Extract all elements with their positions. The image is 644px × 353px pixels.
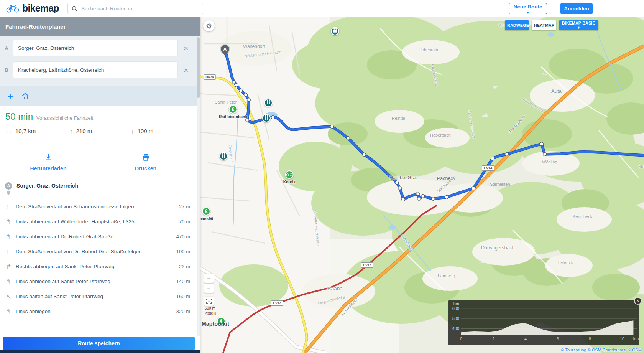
duration-caption: Voraussichtliche Fahrtzeit — [36, 115, 93, 121]
new-route-button[interactable]: Neue Route ▼ — [509, 3, 547, 14]
locate-me-button[interactable] — [203, 20, 215, 31]
download-button[interactable]: Herunterladen — [18, 153, 79, 172]
euro-poi-icon[interactable]: € — [202, 207, 210, 216]
waypoint-input-a[interactable] — [13, 40, 178, 56]
home-button[interactable] — [21, 92, 30, 101]
fit-route-button[interactable] — [204, 297, 214, 306]
start-marker-pin[interactable]: A — [220, 44, 230, 54]
map-label: Tiefernitz — [557, 260, 574, 265]
distance-stat: ↔ 10,7 km — [6, 128, 70, 134]
basemap-select-button[interactable]: BIKEMAP BASIC ▼ — [559, 20, 598, 30]
direction-step[interactable]: ↑Dem Straßenverlauf von Dr.-Robert-Graf-… — [0, 244, 200, 259]
radwege-toggle-button[interactable]: RADWEGE — [505, 20, 529, 30]
zoom-in-button[interactable]: + — [204, 274, 214, 283]
print-label: Drucken — [115, 165, 176, 172]
heatmap-toggle-button[interactable]: HEATMAP — [532, 20, 556, 30]
crosshair-icon — [206, 23, 212, 29]
map-canvas[interactable]: WaltendorfWaltendorfer Hauptstr.Klinzelw… — [200, 17, 644, 353]
print-button[interactable]: Drucken — [115, 153, 176, 172]
map-label: Reintal — [392, 116, 405, 120]
straight-icon: ↑ — [6, 203, 16, 210]
descent-stat: ↓ 100 m — [131, 128, 153, 134]
clear-waypoint-b-icon[interactable]: × — [184, 66, 188, 74]
map-label: Dürwagersbach — [481, 245, 515, 251]
map-label: Wöbling — [542, 160, 557, 164]
chevron-down-icon: ▼ — [526, 11, 530, 15]
map-label: Sankt Peter — [215, 100, 237, 104]
download-icon — [44, 156, 52, 162]
svg-text:0: 0 — [460, 337, 462, 341]
bikemap-app: bikemap Neue Route ▼ Anmelden Fahrrad-Ro… — [0, 0, 644, 353]
clear-waypoint-a-icon[interactable]: × — [184, 44, 188, 52]
svg-text:km: km — [633, 337, 639, 341]
waypoint-input-b[interactable] — [13, 61, 178, 78]
descent-value: 100 m — [138, 128, 154, 134]
turn-left-icon: ↰ — [6, 308, 16, 315]
chevron-down-icon: ▼ — [577, 26, 580, 30]
sidebar-scrollbar[interactable] — [197, 36, 200, 336]
direction-steps: ↑Dem Straßenverlauf von Schauensteingass… — [0, 199, 200, 319]
direction-distance: 140 m — [176, 279, 190, 284]
elevation-chart: 400500600hm0246810km — [449, 300, 639, 345]
bikemap-logo[interactable]: bikemap — [0, 0, 64, 16]
svg-text:600: 600 — [452, 306, 459, 311]
direction-step[interactable]: ↱Rechts abbiegen auf Sankt-Peter-Pfarrwe… — [0, 259, 200, 274]
map-scale: 500 m 2000 ft — [203, 306, 225, 316]
directions-start: A Sorger, Graz, Österreich — [0, 182, 200, 190]
ascent-icon: ↑ — [70, 128, 73, 134]
save-route-button[interactable]: Route speichern — [3, 337, 195, 350]
descent-icon: ↓ — [131, 128, 134, 134]
map-attribution[interactable]: © Toursprung © OSM Contributors, © OSM — [561, 348, 642, 352]
svg-text:400: 400 — [452, 326, 459, 331]
euro-poi-icon[interactable]: € — [229, 105, 237, 114]
brand-name: bikemap — [22, 3, 59, 14]
turn-left-icon: ↰ — [6, 233, 16, 240]
map-label: Hart bei Graz — [389, 175, 418, 180]
add-waypoint-button[interactable]: + — [7, 91, 13, 102]
route-planner-sidebar: Fahrrad-Routenplaner A × B × + — [0, 17, 200, 353]
direction-distance: 27 m — [179, 204, 190, 209]
svg-text:10: 10 — [620, 337, 624, 341]
login-button[interactable]: Anmelden — [560, 3, 593, 14]
direction-text: Links abbiegen auf Dr.-Robert-Graf-Straß… — [16, 234, 176, 239]
direction-step[interactable]: ↑Dem Straßenverlauf von Schauensteingass… — [0, 199, 200, 214]
zoom-out-button[interactable]: − — [204, 284, 214, 293]
bike-poi-icon[interactable] — [285, 170, 294, 179]
wc-poi-icon[interactable] — [219, 152, 228, 160]
maptoolkit-logo: Maptoolkit — [202, 321, 229, 327]
direction-text: Links abbiegen auf Waltendorfer Hauptstr… — [16, 219, 179, 224]
map-label: Lamberg — [438, 274, 455, 278]
search-icon — [72, 6, 77, 12]
scrollbar-thumb[interactable] — [197, 37, 200, 98]
bike-logo-icon — [6, 4, 19, 13]
direction-step[interactable]: ↰Links abbiegen auf Sankt-Peter-Pfarrweg… — [0, 274, 200, 289]
map-label: Sternleiten — [490, 182, 510, 186]
direction-step[interactable]: ↰Links abbiegen auf Dr.-Robert-Graf-Stra… — [0, 229, 200, 244]
wc-poi-icon[interactable] — [262, 114, 271, 122]
map-label: Waltendorf — [243, 44, 265, 49]
direction-step[interactable]: ↖Links halten auf Sankt-Peter-Pfarrweg16… — [0, 289, 200, 304]
wc-poi-icon[interactable] — [264, 99, 273, 107]
map-pin-icon — [6, 190, 11, 195]
direction-step[interactable]: ↰Links abbiegen auf Waltendorfer Hauptst… — [0, 214, 200, 229]
waypoint-inputs: A × B × — [0, 36, 200, 86]
map-label: Raaba — [327, 285, 343, 291]
route-search[interactable] — [67, 3, 203, 14]
elevation-panel: 400500600hm0246810km × — [449, 300, 639, 345]
directions-list: A Sorger, Graz, Österreich ↑Dem Straßenv… — [0, 182, 200, 319]
turn-right-icon: ↱ — [6, 263, 16, 270]
route-summary: 50 min Voraussichtliche Fahrtzeit ↔ 10,7… — [0, 106, 200, 147]
waypoint-tools: + — [0, 86, 200, 106]
search-input[interactable] — [80, 5, 199, 12]
elevation-close-button[interactable]: × — [634, 297, 642, 305]
wc-poi-icon[interactable] — [331, 27, 339, 35]
scale-imperial: 2000 ft — [203, 311, 225, 316]
svg-text:500: 500 — [452, 316, 459, 321]
direction-step[interactable]: ↰Links abbiegen320 m — [0, 304, 200, 319]
poi-label: Raiffeisenbank — [219, 114, 248, 119]
direction-distance: 100 m — [176, 249, 190, 254]
route-badge: B67a — [204, 74, 216, 80]
direction-distance: 160 m — [176, 294, 190, 299]
new-route-label: Neue Route — [513, 4, 542, 10]
route-badge: EV14 — [271, 300, 283, 306]
